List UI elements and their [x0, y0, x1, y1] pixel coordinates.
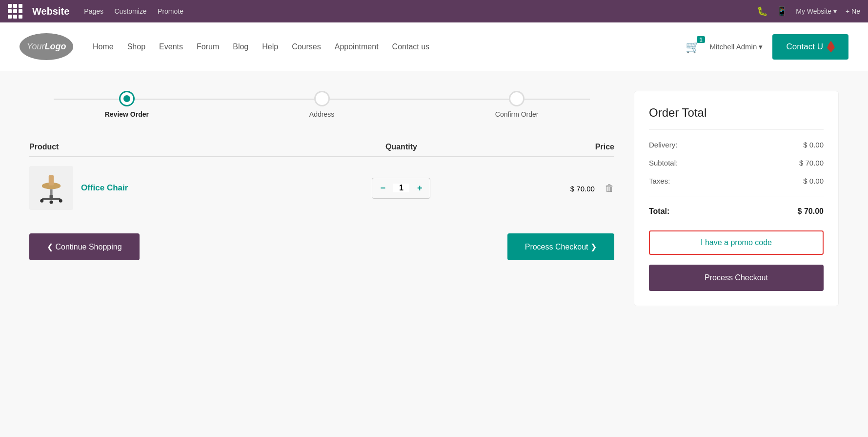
col-price: Price: [486, 138, 614, 157]
stepper-steps: Review Order Address Confirm Order: [29, 91, 614, 118]
step-circle-review: [119, 91, 135, 106]
table-row: Office Chair − 1 + $ 70.00 🗑: [29, 157, 614, 219]
divider-1: [649, 129, 824, 130]
main-content: Review Order Address Confirm Order Produ…: [0, 71, 868, 326]
svg-point-7: [50, 200, 53, 204]
contact-button[interactable]: Contact U: [772, 34, 848, 60]
checkout-btn-text: Process Checkout ❯: [525, 242, 597, 251]
step-confirm: Confirm Order: [419, 91, 614, 118]
admin-nav: Pages Customize Promote: [84, 7, 192, 16]
stepper: Review Order Address Confirm Order: [29, 91, 614, 118]
order-total-title: Order Total: [649, 106, 824, 120]
step-review: Review Order: [29, 91, 224, 118]
col-quantity: Quantity: [316, 138, 486, 157]
nav-blog[interactable]: Blog: [233, 42, 248, 51]
grid-menu-icon[interactable]: [8, 4, 22, 19]
svg-point-6: [59, 199, 62, 203]
contact-btn-text: Contact U: [786, 42, 823, 52]
nav-events[interactable]: Events: [159, 42, 183, 51]
user-name: Mitchell Admin ▾: [710, 42, 763, 51]
subtotal-row: Subtotal: $ 70.00: [649, 154, 824, 172]
table-header: Product Quantity Price: [29, 138, 614, 157]
step-label-review: Review Order: [105, 110, 149, 118]
total-label: Total:: [649, 207, 669, 216]
svg-rect-4: [50, 195, 53, 200]
cart-icon[interactable]: 🛒 1: [686, 40, 700, 54]
delivery-label: Delivery:: [649, 141, 677, 149]
total-row: Total: $ 70.00: [649, 202, 824, 221]
admin-nav-customize[interactable]: Customize: [114, 7, 146, 15]
qty-decrease-btn[interactable]: −: [372, 178, 393, 198]
subtotal-value: $ 70.00: [799, 159, 824, 167]
admin-right-icons: 🐛 📱 My Website ▾ + Ne: [757, 6, 860, 17]
product-name-link[interactable]: Office Chair: [81, 183, 128, 193]
col-product: Product: [29, 138, 316, 157]
quantity-cell: − 1 +: [316, 157, 486, 219]
divider-2: [649, 196, 824, 196]
cart-badge: 1: [697, 36, 705, 43]
my-website-dropdown[interactable]: My Website ▾: [796, 7, 837, 15]
table-body: Office Chair − 1 + $ 70.00 🗑: [29, 157, 614, 219]
process-checkout-side-button[interactable]: Process Checkout: [649, 265, 824, 291]
continue-btn-text: ❮ Continue Shopping: [47, 242, 122, 251]
chair-svg: [34, 171, 68, 205]
contact-drop-icon: [827, 41, 835, 53]
delivery-value: $ 0.00: [803, 141, 824, 149]
taxes-value: $ 0.00: [803, 177, 824, 185]
qty-control: − 1 +: [372, 178, 430, 199]
logo[interactable]: YourLogo: [20, 33, 73, 60]
user-dropdown[interactable]: Mitchell Admin ▾: [710, 42, 763, 51]
admin-nav-pages[interactable]: Pages: [84, 7, 103, 15]
left-panel: Review Order Address Confirm Order Produ…: [29, 91, 614, 306]
qty-value: 1: [393, 184, 409, 192]
step-circle-confirm: [509, 91, 525, 106]
svg-rect-2: [50, 189, 52, 196]
bug-icon[interactable]: 🐛: [757, 6, 767, 17]
price-value: $ 70.00: [570, 185, 595, 193]
promo-code-button[interactable]: I have a promo code: [649, 230, 824, 255]
nav-courses[interactable]: Courses: [292, 42, 321, 51]
nav-forum[interactable]: Forum: [197, 42, 219, 51]
site-nav: YourLogo Home Shop Events Forum Blog Hel…: [0, 22, 868, 71]
step-label-address: Address: [309, 110, 334, 118]
order-total-panel: Order Total Delivery: $ 0.00 Subtotal: $…: [634, 91, 839, 306]
site-nav-links: Home Shop Events Forum Blog Help Courses…: [93, 42, 676, 51]
step-address: Address: [224, 91, 420, 118]
logo-your: Your: [26, 42, 44, 52]
svg-point-5: [40, 199, 43, 203]
admin-site-title: Website: [32, 6, 69, 17]
svg-rect-1: [49, 175, 54, 186]
mobile-icon[interactable]: 📱: [776, 6, 787, 17]
action-row: ❮ Continue Shopping Process Checkout ❯: [29, 233, 614, 260]
taxes-row: Taxes: $ 0.00: [649, 172, 824, 190]
product-image: [29, 166, 73, 210]
step-circle-address: [314, 91, 330, 106]
admin-nav-promote[interactable]: Promote: [158, 7, 183, 15]
subtotal-label: Subtotal:: [649, 159, 678, 167]
delivery-row: Delivery: $ 0.00: [649, 136, 824, 154]
nav-help[interactable]: Help: [262, 42, 278, 51]
process-checkout-button[interactable]: Process Checkout ❯: [507, 233, 614, 260]
logo-oval: YourLogo: [20, 33, 73, 60]
delete-icon[interactable]: 🗑: [605, 183, 614, 193]
qty-increase-btn[interactable]: +: [409, 178, 430, 198]
total-value: $ 70.00: [798, 207, 824, 216]
nav-appointment[interactable]: Appointment: [335, 42, 379, 51]
order-table: Product Quantity Price: [29, 138, 614, 219]
admin-bar: Website Pages Customize Promote 🐛 📱 My W…: [0, 0, 868, 22]
continue-shopping-button[interactable]: ❮ Continue Shopping: [29, 233, 140, 260]
nav-contact-us[interactable]: Contact us: [392, 42, 429, 51]
new-btn[interactable]: + Ne: [846, 7, 860, 15]
nav-shop[interactable]: Shop: [127, 42, 145, 51]
product-cell-inner: Office Chair: [29, 166, 316, 210]
step-label-confirm: Confirm Order: [495, 110, 539, 118]
product-cell: Office Chair: [29, 157, 316, 219]
taxes-label: Taxes:: [649, 177, 670, 185]
logo-text: Logo: [45, 42, 66, 52]
price-cell: $ 70.00 🗑: [486, 157, 614, 219]
nav-home[interactable]: Home: [93, 42, 114, 51]
